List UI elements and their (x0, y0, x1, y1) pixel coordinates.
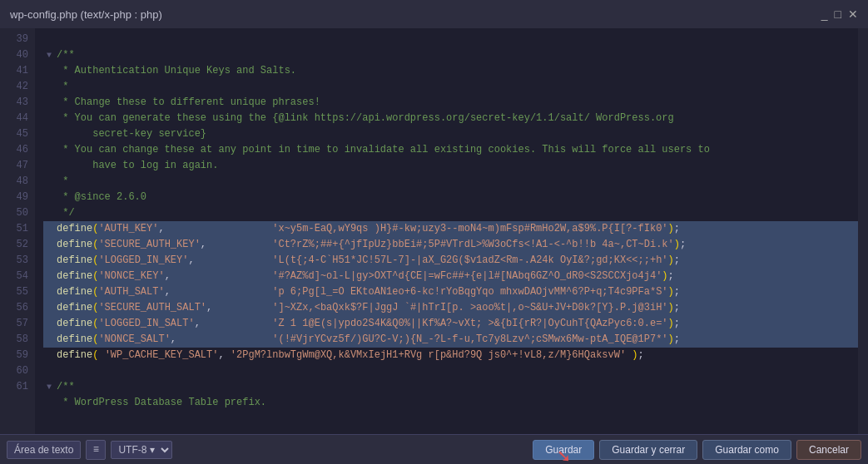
table-row (43, 363, 858, 379)
table-row (43, 32, 858, 47)
line-numbers: 3940414243444546474849505152535455565758… (0, 28, 35, 434)
table-row: * Change these to different unique phras… (43, 95, 858, 111)
table-row: * @since 2.6.0 (43, 190, 858, 205)
settings-icon-btn[interactable]: ≡ (86, 440, 106, 460)
table-row: * Authentication Unique Keys and Salts. (43, 63, 858, 79)
table-row: * You can change these at any point in t… (43, 142, 858, 174)
table-row: define('LOGGED_IN_SALT', 'Z 1 1@E(s|ypdo… (43, 316, 858, 332)
editor-container: 3940414243444546474849505152535455565758… (0, 28, 868, 434)
save-button-wrapper: Guardar ➘ (533, 440, 594, 460)
table-row: * (43, 174, 858, 190)
window-title: wp-config.php (text/x-php : php) (10, 8, 162, 21)
table-row: define('AUTH_KEY', 'x~y5m-EaQ,wY9qs )H}#… (43, 221, 858, 237)
table-row: define('NONCE_SALT', '(!#VjrYCvz5f/)GU?C… (43, 332, 858, 348)
table-row: define('LOGGED_IN_KEY', 'L(t{;4-C`H51*JC… (43, 253, 858, 269)
table-row: ▼/** (43, 47, 858, 63)
table-row (43, 411, 858, 427)
scrollbar-right[interactable] (858, 28, 868, 434)
table-row: define('SECURE_AUTH_SALT', ']~XZx,<baQxk… (43, 300, 858, 316)
maximize-button[interactable]: □ (835, 7, 841, 21)
table-row: define( 'WP_CACHE_KEY_SALT', '2PgM?lnbwT… (43, 348, 858, 363)
title-bar: wp-config.php (text/x-php : php) _ □ ✕ (0, 0, 868, 28)
close-button[interactable]: ✕ (848, 7, 858, 21)
bottom-bar: Área de texto ≡ UTF-8 ▾ Guardar ➘ Guarda… (0, 434, 868, 464)
table-row: * You can generate these using the {@lin… (43, 111, 858, 142)
bottom-bar-right: Guardar ➘ Guardar y cerrar Guardar como … (533, 440, 861, 460)
area-label: Área de texto (7, 441, 81, 459)
table-row: * WordPress Database Table prefix. (43, 395, 858, 411)
minimize-button[interactable]: _ (821, 7, 828, 21)
cancel-button[interactable]: Cancelar (796, 440, 861, 460)
save-button[interactable]: Guardar (533, 440, 594, 460)
table-row: define('SECURE_AUTH_KEY', 'Ct?rZ%;##+{^j… (43, 237, 858, 253)
save-as-button[interactable]: Guardar como (702, 440, 791, 460)
window-controls[interactable]: _ □ ✕ (821, 7, 858, 21)
table-row: * (43, 79, 858, 95)
save-close-button[interactable]: Guardar y cerrar (599, 440, 697, 460)
table-row: */ (43, 205, 858, 221)
table-row: define('NONCE_KEY', '#?AZ%d]~ol-L|gy>OXT… (43, 269, 858, 284)
bottom-bar-left: Área de texto ≡ UTF-8 ▾ (7, 440, 529, 460)
table-row: define('AUTH_SALT', 'p 6;Pg[l_=O EKtoAN1… (43, 284, 858, 300)
encoding-select[interactable]: UTF-8 ▾ (111, 441, 172, 459)
code-area[interactable]: ▼/** * Authentication Unique Keys and Sa… (35, 28, 858, 434)
table-row: ▼/** (43, 379, 858, 395)
